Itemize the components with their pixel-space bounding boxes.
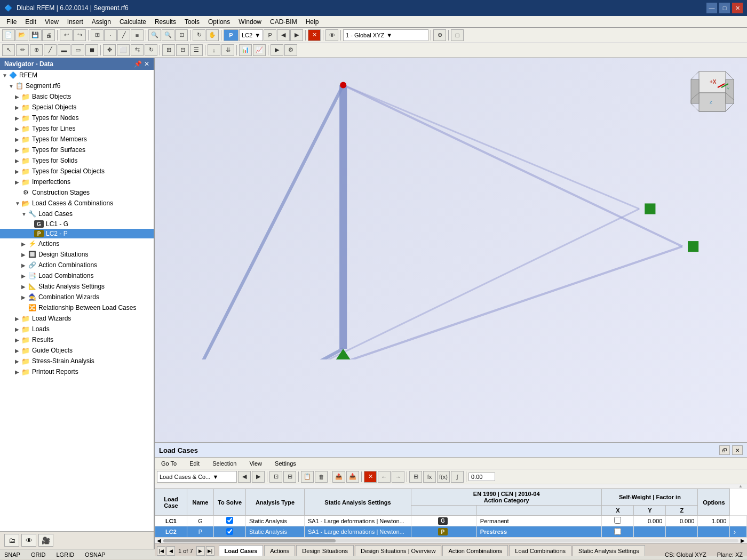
minimize-button[interactable]: — <box>706 3 717 13</box>
page-next-btn[interactable]: ▶ <box>196 546 205 556</box>
table-btn10[interactable]: fx <box>423 471 436 483</box>
tb-coord-sys[interactable]: 1 - Global XYZ▼ <box>343 29 428 41</box>
menu-view[interactable]: View <box>41 17 63 27</box>
table-btn6[interactable]: 📥 <box>346 471 359 483</box>
table-row[interactable]: LC1 G Static Analysis SA1 - Large deform… <box>155 516 747 526</box>
nav-types-nodes[interactable]: ▶ 📁 Types for Nodes <box>0 113 154 123</box>
tb2-view3[interactable]: ☰ <box>190 44 203 56</box>
nav-btn-display[interactable]: 👁 <box>21 534 36 547</box>
tb-zoom-all[interactable]: ⊡ <box>175 29 188 41</box>
cb-sw-lc2[interactable] <box>614 528 621 535</box>
nav-expand-basic[interactable]: ▶ <box>15 94 21 100</box>
nav-expand-tnodes[interactable]: ▶ <box>15 115 21 121</box>
tb2-res1[interactable]: 📊 <box>239 44 252 56</box>
menu-window[interactable]: Window <box>234 17 266 27</box>
table-value-field[interactable]: 0.00 <box>468 473 495 481</box>
tb-pan[interactable]: ✋ <box>206 29 219 41</box>
nav-expand-pr[interactable]: ▶ <box>15 369 21 375</box>
tb-new[interactable]: 📄 <box>2 29 15 41</box>
table-btn9[interactable]: ⊞ <box>409 471 422 483</box>
nav-btn-render[interactable]: 🎥 <box>38 534 53 547</box>
nav-types-lines[interactable]: ▶ 📁 Types for Lines <box>0 123 154 134</box>
nav-expand-lw[interactable]: ▶ <box>15 316 21 322</box>
tb2-res2[interactable]: 📈 <box>253 44 266 56</box>
nav-static-analysis[interactable]: ▶ 📐 Static Analysis Settings <box>0 281 154 292</box>
table-btn4[interactable]: 🗑 <box>315 471 328 483</box>
table-btn5[interactable]: 📤 <box>332 471 345 483</box>
tb2-select[interactable]: ↖ <box>2 44 15 56</box>
nav-imperfections[interactable]: ▶ 📁 Imperfections <box>0 177 154 187</box>
table-close-btn[interactable]: ✕ <box>732 445 743 455</box>
status-grid[interactable]: GRID <box>31 551 46 558</box>
tb2-solid[interactable]: ◼ <box>85 44 98 56</box>
tb-lines[interactable]: ╱ <box>117 29 130 41</box>
nav-expand-sa[interactable]: ▶ <box>21 284 28 290</box>
tb-p-btn[interactable]: P <box>264 29 276 41</box>
tb-zoom-out[interactable]: 🔍 <box>162 29 174 41</box>
tb-stop[interactable]: ✕ <box>308 29 321 41</box>
nav-types-surfaces[interactable]: ▶ 📁 Types for Surfaces <box>0 145 154 155</box>
tb-save[interactable]: 💾 <box>29 29 42 41</box>
menu-help[interactable]: Help <box>301 17 323 27</box>
menu-assign[interactable]: Assign <box>88 17 115 27</box>
nav-types-special[interactable]: ▶ 📁 Types for Special Objects <box>0 166 154 177</box>
nav-special-objects[interactable]: ▶ 📁 Special Objects <box>0 102 154 113</box>
nav-expand-rfem[interactable]: ▼ <box>2 73 9 78</box>
tb2-copy[interactable]: ⬜ <box>117 44 130 56</box>
nav-types-members[interactable]: ▶ 📁 Types for Members <box>0 134 154 145</box>
cell-to-solve[interactable] <box>214 516 246 526</box>
tab-action-combinations[interactable]: Action Combinations <box>442 545 508 556</box>
nav-expand-imperf[interactable]: ▶ <box>15 179 21 185</box>
menu-calculate[interactable]: Calculate <box>115 17 150 27</box>
nav-expand-tsolids[interactable]: ▶ <box>15 158 21 164</box>
tb2-calc[interactable]: ▶ <box>271 44 283 56</box>
nav-expand-project[interactable]: ▼ <box>9 83 15 89</box>
menu-insert[interactable]: Insert <box>63 17 88 27</box>
nav-expand-ac[interactable]: ▶ <box>21 262 28 268</box>
cell-sw-check[interactable] <box>602 516 634 526</box>
scroll-left-btn[interactable]: ◀ <box>157 538 161 543</box>
tb-open[interactable]: 📂 <box>15 29 28 41</box>
menu-tools[interactable]: Tools <box>180 17 204 27</box>
table-btn7[interactable]: ← <box>378 471 391 483</box>
nav-expand-go[interactable]: ▶ <box>15 348 21 354</box>
tb-prev[interactable]: ◀ <box>277 29 290 41</box>
menu-edit[interactable]: Edit <box>21 17 41 27</box>
table-btn1[interactable]: ⊡ <box>269 471 282 483</box>
table-btn3[interactable]: 📋 <box>301 471 314 483</box>
nav-pin-btn[interactable]: 📌 <box>134 60 142 68</box>
window-controls[interactable]: — □ ✕ <box>706 3 743 13</box>
nav-project[interactable]: ▼ 📋 Segment.rf6 <box>0 81 154 91</box>
nav-expand-lcc[interactable]: ▼ <box>15 201 21 206</box>
page-prev-btn[interactable]: ◀ <box>166 546 175 556</box>
nav-basic-objects[interactable]: ▶ 📁 Basic Objects <box>0 91 154 102</box>
nav-load-combinations[interactable]: ▶ 📑 Load Combinations <box>0 270 154 281</box>
close-button[interactable]: ✕ <box>732 3 743 13</box>
nav-lc2[interactable]: P LC2 - P <box>0 229 154 238</box>
tb-coord-btn[interactable]: ⊕ <box>433 29 446 41</box>
nav-expand-tmembers[interactable]: ▶ <box>15 137 21 142</box>
tab-load-cases[interactable]: Load Cases <box>219 545 264 556</box>
nav-relationship-lc[interactable]: 🔀 Relationship Between Load Cases <box>0 302 154 313</box>
tab-design-situations-overview[interactable]: Design Situations | Overview <box>355 545 441 556</box>
nav-cube[interactable]: +X Y Z <box>688 69 736 117</box>
nav-expand-ds[interactable]: ▶ <box>21 252 28 258</box>
menu-options[interactable]: Options <box>204 17 234 27</box>
table-menu-goto[interactable]: Go To <box>157 459 181 468</box>
nav-combination-wizards[interactable]: ▶ 🧙 Combination Wizards <box>0 292 154 302</box>
cb-sw[interactable] <box>614 517 621 524</box>
nav-construction-stages[interactable]: ⚙ Construction Stages <box>0 187 154 198</box>
tb-print[interactable]: 🖨 <box>42 29 55 41</box>
tb2-line[interactable]: ╱ <box>44 44 57 56</box>
tb-zoom-in[interactable]: 🔍 <box>148 29 161 41</box>
status-snap[interactable]: SNAP <box>4 551 20 558</box>
tb2-mirror[interactable]: ⇆ <box>131 44 144 56</box>
cell-to-solve-lc2[interactable] <box>214 526 246 538</box>
page-last-btn[interactable]: ▶| <box>206 546 214 556</box>
scroll-right-btn[interactable]: ▶ <box>741 538 745 543</box>
tab-static-analysis-settings[interactable]: Static Analysis Settings <box>573 545 645 556</box>
nav-expand-tspecial[interactable]: ▶ <box>15 169 21 174</box>
menu-file[interactable]: File <box>2 17 21 27</box>
table-scroll[interactable]: LoadCase Name To Solve Analysis Type Sta… <box>155 489 747 538</box>
table-row-selected[interactable]: ➤ LC2 P Static Analysis SA1 - Large defo… <box>155 526 747 538</box>
